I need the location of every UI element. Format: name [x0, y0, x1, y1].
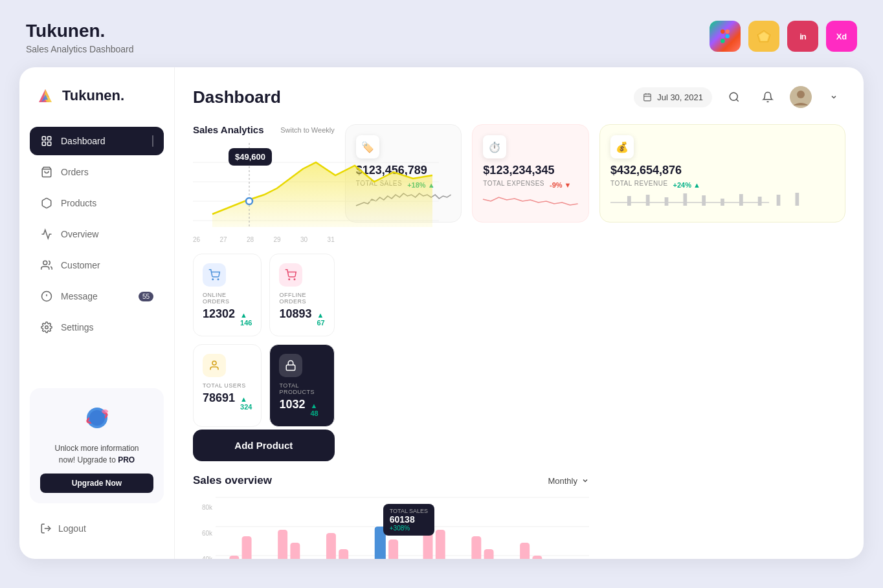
promo-box: Unlock more informationnow! Upgrade to P…: [30, 388, 164, 503]
svg-point-50: [212, 361, 216, 365]
revenue-amount: $432,654,876: [610, 164, 834, 177]
expenses-change: -9% ▼: [550, 181, 572, 189]
search-button[interactable]: [722, 85, 746, 109]
svg-rect-51: [287, 365, 296, 370]
svg-rect-10: [48, 142, 51, 146]
sidebar-message-label: Message: [61, 291, 98, 301]
products-icon: [40, 197, 53, 210]
sidebar: Tukunen. Dashboard: [19, 67, 175, 559]
customer-icon: [40, 259, 53, 272]
svg-rect-64: [388, 539, 398, 559]
add-product-button[interactable]: Add Product: [193, 430, 335, 461]
svg-line-27: [736, 99, 738, 101]
sidebar-item-settings[interactable]: Settings: [30, 313, 164, 342]
svg-point-16: [45, 326, 49, 329]
svg-rect-59: [278, 530, 287, 559]
sketch-icon[interactable]: [748, 21, 779, 52]
online-orders-label: ONLINE ORDERS: [203, 292, 252, 305]
stat-online-orders: ONLINE ORDERS 12302 ▲ 146: [193, 254, 262, 336]
app-brand: Tukunen.: [26, 21, 134, 41]
total-users-value: 78691: [203, 391, 235, 405]
revenue-change: +24% ▲: [673, 181, 700, 189]
svg-rect-66: [436, 530, 445, 559]
sidebar-dashboard-label: Dashboard: [61, 136, 106, 146]
sidebar-item-customer[interactable]: Customer: [30, 251, 164, 279]
orders-icon: [40, 166, 53, 179]
date-pill[interactable]: Jul 30, 2021: [634, 87, 712, 107]
analytics-title: Sales Analytics: [193, 124, 264, 135]
analytics-tooltip: $49,600: [229, 148, 272, 166]
stat-offline-orders: OFFLINE ORDERS 10893 ▲ 67: [269, 254, 334, 336]
switch-weekly-btn[interactable]: Switch to Weekly: [280, 126, 335, 134]
svg-rect-70: [532, 556, 542, 559]
svg-rect-61: [326, 533, 336, 559]
figma-icon[interactable]: [710, 21, 741, 52]
total-products-label: TOTAL PRODUCTS: [279, 382, 324, 395]
expenses-icon: ⏱️: [483, 135, 506, 158]
page-title: Dashboard: [193, 87, 281, 107]
svg-rect-9: [42, 142, 45, 146]
svg-point-47: [218, 279, 219, 280]
chart-tooltip-label: TOTAL SALES: [390, 508, 428, 514]
offline-orders-icon: [279, 263, 302, 287]
monthly-filter[interactable]: Monthly: [548, 476, 589, 486]
total-products-change: ▲ 48: [310, 402, 324, 417]
expenses-label: TOTAL EXPENSES: [483, 180, 544, 187]
sidebar-item-orders[interactable]: Orders: [30, 158, 164, 186]
online-orders-change: ▲ 146: [240, 311, 252, 327]
sales-overview-title: Sales overview: [193, 474, 272, 487]
svg-rect-0: [721, 29, 725, 34]
svg-rect-7: [42, 136, 45, 140]
total-users-label: TOTAL USERS: [203, 382, 252, 389]
svg-rect-68: [484, 549, 494, 559]
svg-point-46: [212, 279, 214, 280]
svg-rect-8: [48, 136, 51, 140]
invision-icon[interactable]: in: [787, 21, 818, 52]
xd-icon[interactable]: Xd: [826, 21, 857, 52]
total-users-icon: [203, 354, 226, 377]
logout-button[interactable]: Logout: [30, 516, 164, 541]
offline-orders-value: 10893: [279, 307, 311, 321]
sidebar-logo-text: Tukunen.: [62, 87, 124, 104]
chart-tooltip-value: 60138: [390, 514, 428, 525]
total-products-value: 1032: [279, 398, 305, 411]
stat-card-revenue: 💰 $432,654,876 TOTAL REVENUE +24% ▲: [599, 124, 845, 223]
sidebar-orders-label: Orders: [61, 167, 89, 177]
sidebar-item-overview[interactable]: Overview: [30, 220, 164, 248]
monthly-label: Monthly: [548, 476, 577, 486]
main-content: Dashboard Jul 30, 2021: [175, 67, 864, 559]
expenses-amount: $123,234,345: [483, 164, 578, 177]
svg-point-12: [43, 261, 47, 265]
svg-point-20: [102, 409, 108, 413]
online-orders-value: 12302: [203, 307, 235, 321]
overview-icon: [40, 228, 53, 241]
svg-rect-60: [290, 543, 300, 559]
svg-rect-58: [242, 536, 252, 559]
svg-rect-69: [520, 543, 530, 559]
avatar[interactable]: [790, 86, 812, 108]
svg-point-48: [289, 279, 290, 280]
chart-x-labels: 262728293031: [193, 236, 335, 243]
sales-chart: 80k 60k 40k 20k 0k TOTAL SALES 60138 +30…: [193, 497, 589, 559]
svg-rect-2: [721, 34, 725, 39]
revenue-icon: 💰: [610, 135, 634, 158]
svg-point-26: [730, 93, 737, 100]
sidebar-item-dashboard[interactable]: Dashboard: [30, 127, 164, 155]
svg-point-4: [725, 34, 730, 39]
dropdown-arrow[interactable]: [822, 85, 845, 109]
stat-total-users: TOTAL USERS 78691 ▲ 324: [193, 344, 262, 427]
chart-tooltip-change: +308%: [390, 525, 428, 532]
svg-point-45: [246, 198, 252, 204]
pro-highlight: PRO: [118, 455, 135, 464]
upgrade-button[interactable]: Upgrade Now: [40, 474, 153, 493]
offline-orders-label: OFFLINE ORDERS: [279, 292, 324, 305]
sidebar-customer-label: Customer: [61, 260, 100, 270]
svg-rect-3: [721, 39, 725, 43]
notifications-button[interactable]: [756, 85, 779, 109]
total-users-change: ▲ 324: [240, 395, 252, 411]
sidebar-item-message[interactable]: Message 55: [30, 282, 164, 310]
sidebar-item-products[interactable]: Products: [30, 189, 164, 217]
sidebar-products-label: Products: [61, 198, 96, 208]
offline-orders-change: ▲ 67: [317, 311, 324, 327]
promo-text: Unlock more informationnow! Upgrade to P…: [40, 442, 153, 466]
